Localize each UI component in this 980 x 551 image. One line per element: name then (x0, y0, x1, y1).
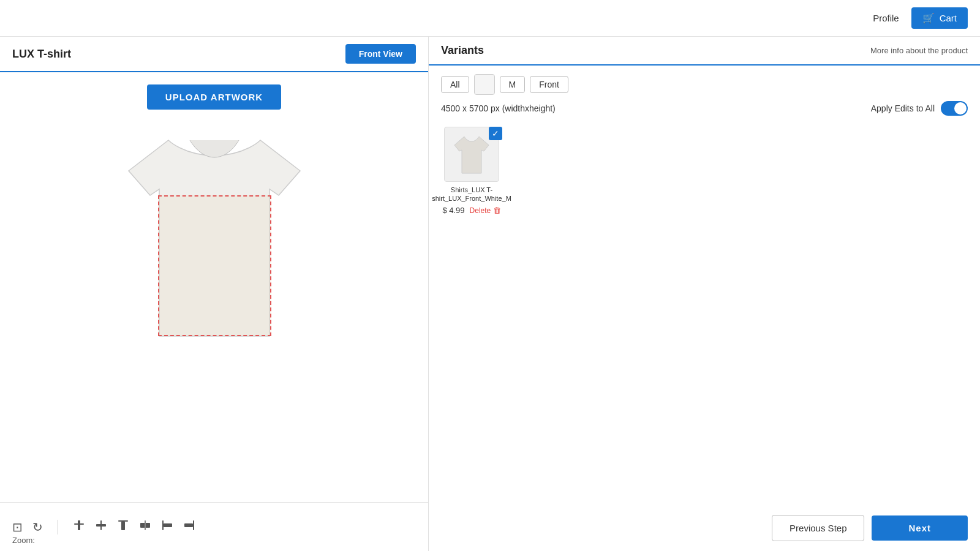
dimensions-row: 4500 x 5700 px (widthxheight) Apply Edit… (429, 95, 980, 122)
cart-label: Cart (940, 13, 957, 23)
apply-edits-label: Apply Edits to All (871, 103, 935, 113)
filter-size-m[interactable]: M (500, 76, 526, 93)
tshirt-canvas (110, 122, 318, 354)
align-top-icon[interactable] (117, 519, 129, 534)
crop-icon[interactable]: ⊡ (12, 520, 23, 534)
left-header: LUX T-shirt Front View (0, 37, 428, 72)
filter-row: All M Front (429, 66, 980, 95)
left-panel: LUX T-shirt Front View UPLOAD ARTWORK ⊡ … (0, 37, 429, 551)
apply-edits-container: Apply Edits to All (871, 101, 968, 116)
apply-edits-toggle[interactable] (941, 101, 968, 116)
cart-icon: 🛒 (922, 12, 935, 24)
variants-grid: ✓ Shirts_LUX T-shirt_LUX_Front_White_M $… (429, 122, 980, 220)
svg-rect-5 (121, 522, 125, 530)
upload-artwork-button[interactable]: UPLOAD ARTWORK (147, 84, 281, 110)
main-layout: LUX T-shirt Front View UPLOAD ARTWORK ⊡ … (0, 37, 980, 551)
rotate-icon[interactable]: ↻ (32, 520, 43, 534)
action-row: Previous Step Next (429, 505, 980, 551)
variant-price: $ 4.99 (442, 206, 464, 215)
print-area (158, 195, 271, 336)
variants-title: Variants (441, 44, 484, 57)
next-button[interactable]: Next (872, 515, 968, 541)
variant-price-row: $ 4.99 Delete 🗑 (442, 206, 500, 215)
product-title: LUX T-shirt (12, 48, 71, 61)
variant-name: Shirts_LUX T-shirt_LUX_Front_White_M (432, 186, 511, 203)
svg-rect-4 (118, 520, 128, 522)
right-panel: Variants More info about the product All… (429, 37, 980, 551)
filter-white-swatch[interactable] (474, 74, 495, 95)
toggle-knob (954, 102, 967, 114)
filter-front[interactable]: Front (530, 76, 568, 93)
svg-rect-0 (78, 520, 80, 530)
filter-all[interactable]: All (441, 76, 469, 93)
svg-rect-8 (162, 520, 164, 530)
profile-link[interactable]: Profile (873, 13, 899, 23)
zoom-label: Zoom: (12, 536, 35, 545)
variant-checkbox[interactable]: ✓ (489, 127, 502, 140)
header: Profile 🛒 Cart (0, 0, 980, 37)
dimensions-text: 4500 x 5700 px (widthxheight) (441, 103, 556, 113)
previous-step-button[interactable]: Previous Step (772, 515, 864, 541)
svg-rect-11 (184, 523, 193, 527)
svg-rect-7 (145, 520, 146, 530)
toolbar-separator-1 (58, 520, 58, 534)
align-center-h-icon[interactable] (95, 519, 107, 534)
variant-delete-button[interactable]: Delete 🗑 (470, 206, 501, 215)
align-left-icon[interactable] (161, 519, 173, 534)
svg-rect-1 (74, 523, 84, 525)
right-header: Variants More info about the product (429, 37, 980, 66)
align-right-icon[interactable] (183, 519, 195, 534)
variant-card: ✓ Shirts_LUX T-shirt_LUX_Front_White_M $… (441, 127, 502, 215)
cart-button[interactable]: 🛒 Cart (911, 7, 968, 29)
svg-rect-3 (100, 520, 102, 530)
svg-rect-9 (164, 523, 172, 527)
more-info-link[interactable]: More info about the product (870, 46, 968, 55)
align-center-v-icon[interactable] (73, 519, 85, 534)
mini-tshirt-svg (453, 133, 490, 176)
bottom-toolbar: ⊡ ↻ (0, 502, 428, 551)
trash-icon: 🗑 (493, 206, 501, 215)
canvas-area: UPLOAD ARTWORK (0, 72, 428, 502)
align-middle-icon[interactable] (139, 519, 151, 534)
svg-rect-10 (193, 520, 194, 530)
front-view-button[interactable]: Front View (345, 44, 416, 64)
delete-label: Delete (470, 206, 491, 215)
